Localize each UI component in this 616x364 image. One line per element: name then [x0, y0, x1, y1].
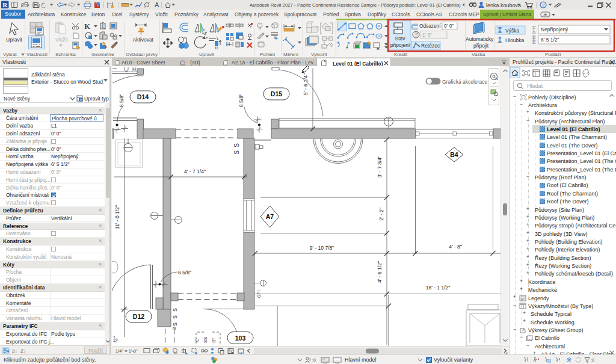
svg-text:D12: D12	[133, 313, 144, 320]
svg-text:B4: B4	[450, 151, 458, 158]
svg-text:6 5/8": 6 5/8"	[178, 270, 191, 276]
svg-text:K: K	[84, 22, 91, 31]
svg-text:Vlastnosti: Vlastnosti	[26, 52, 48, 57]
svg-text:Z↓: Z↓	[20, 348, 26, 354]
svg-text:Měření: Měření	[283, 52, 299, 57]
svg-text:R: R	[2, 1, 8, 8]
svg-text:Ovládací prvky: Ovládací prvky	[126, 52, 158, 57]
svg-text:6' 5 1/2": 6' 5 1/2"	[541, 37, 559, 43]
svg-text:9' - 10 7/8": 9' - 10 7/8"	[310, 245, 334, 251]
svg-text:D14: D14	[137, 93, 149, 100]
svg-text:S: S	[172, 322, 178, 326]
svg-text:5' - 6 1/4": 5' - 6 1/4"	[303, 73, 309, 95]
svg-text:103: 103	[235, 335, 246, 342]
svg-text:3' - 7 3/4": 3' - 7 3/4"	[377, 156, 383, 177]
svg-text:1' 0": 1' 0"	[422, 32, 432, 38]
svg-text:/2": /2"	[112, 336, 119, 342]
svg-text:Vytvořit: Vytvořit	[311, 52, 327, 57]
svg-text:S: S	[233, 150, 240, 155]
svg-text::0": :0"	[211, 338, 217, 344]
svg-text:Geometrie: Geometrie	[91, 52, 114, 57]
svg-text:Vybrat: Vybrat	[3, 52, 17, 57]
svg-text:lenka.koubova...: lenka.koubova...	[486, 2, 526, 8]
svg-text:Kreslit: Kreslit	[394, 52, 408, 57]
svg-text::0: :0	[591, 358, 594, 362]
svg-text:Automaticky: Automaticky	[466, 36, 494, 42]
svg-text:1/4" = 1'-0": 1/4" = 1'-0"	[116, 348, 138, 354]
svg-text:A7: A7	[266, 213, 274, 220]
svg-text:Nepřipojený: Nepřipojený	[541, 26, 568, 32]
svg-text:A: A	[155, 1, 159, 8]
svg-text:4' - 8": 4' - 8"	[449, 244, 462, 250]
svg-text:Odsazení: Odsazení	[419, 23, 441, 29]
svg-text:připojit: připojit	[473, 43, 489, 49]
svg-text:2↓: 2↓	[12, 348, 17, 354]
svg-text:2' - 2": 2' - 2"	[378, 208, 384, 221]
svg-text:Výška: Výška	[505, 28, 519, 34]
svg-text:Schránka: Schránka	[55, 52, 76, 57]
svg-text:Stav: Stav	[395, 35, 405, 42]
svg-text:Upravit: Upravit	[6, 37, 23, 43]
svg-text:připojení: připojení	[390, 42, 410, 48]
svg-text:6 5/8": 6 5/8"	[238, 94, 244, 107]
svg-text:S: S	[233, 143, 240, 147]
svg-text:3: 3	[171, 327, 177, 330]
svg-text:2D: 2D	[494, 77, 498, 81]
svg-text:Vložit: Vložit	[55, 37, 68, 43]
svg-text:4' - 6 1/2": 4' - 6 1/2"	[377, 261, 383, 283]
svg-text:S: S	[172, 308, 178, 312]
svg-text:Hloubka: Hloubka	[505, 37, 524, 43]
svg-text:Aktivovat: Aktivovat	[133, 37, 154, 43]
svg-text:18' - 1 1/2": 18' - 1 1/2"	[426, 285, 451, 291]
svg-text:Upravit: Upravit	[199, 52, 215, 57]
svg-text:Vazba: Vazba	[472, 52, 485, 57]
svg-text:Podlaží: Podlaží	[545, 52, 561, 57]
svg-text:Řetězec: Řetězec	[421, 43, 440, 49]
svg-text:?: ?	[542, 2, 545, 8]
svg-text:11' - 0 1/2": 11' - 0 1/2"	[114, 205, 120, 229]
svg-text:Pohled: Pohled	[260, 52, 275, 57]
svg-text:D15: D15	[271, 90, 282, 97]
svg-text:0' 0": 0' 0"	[444, 23, 454, 29]
svg-text::0: :0	[312, 358, 316, 362]
svg-text:S: S	[172, 315, 178, 319]
svg-text:Autodesk Revit 2027 - Pacific: Autodesk Revit 2027 - Pacific Continenta…	[250, 2, 461, 8]
svg-text:6 5/8": 6 5/8"	[119, 94, 125, 107]
svg-text:4' - 7 1/4": 4' - 7 1/4"	[184, 168, 206, 174]
svg-text:C: C	[194, 338, 200, 342]
svg-text:SS: SS	[203, 337, 208, 343]
